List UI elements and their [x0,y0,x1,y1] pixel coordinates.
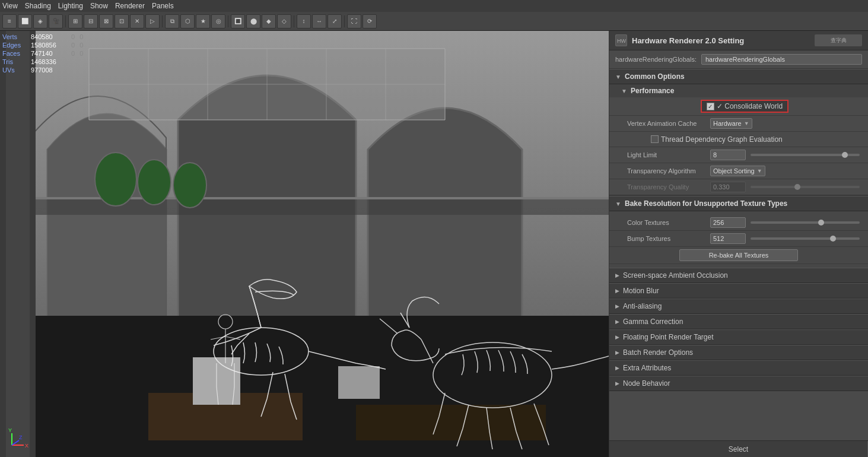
collapsed-section-label-6: Extra Attributes [623,364,671,372]
color-textures-thumb[interactable] [818,220,824,226]
transparency-algorithm-dropdown[interactable]: Object Sorting ▼ [710,166,765,176]
toolbar-btn-3[interactable]: ◈ [33,14,47,28]
collapsed-section-7[interactable]: ▶ Node Behavior [609,376,868,391]
section-common-options[interactable]: ▼ Common Options [609,69,868,84]
color-textures-slider[interactable] [751,221,860,224]
collapsed-arrow-0: ▶ [615,272,619,278]
section-bake-resolution[interactable]: ▼ Bake Resolution for Unsupported Textur… [609,196,868,211]
svg-text:Z: Z [19,434,23,440]
dropdown-arrow-icon: ▼ [744,120,749,126]
toolbar-btn-8[interactable]: ⊡ [115,14,129,28]
toolbar-btn-1[interactable]: ≡ [2,14,17,28]
toolbar-btn-12[interactable]: ⬡ [180,14,195,28]
collapsed-section-2[interactable]: ▶ Anti-aliasing [609,299,868,314]
verts-value: 840580 [31,33,66,40]
bump-textures-slider[interactable] [751,237,860,240]
menu-show[interactable]: Show [90,2,108,10]
uvs-label: UVs [2,66,26,74]
panel-header: HW Hardware Renderer 2.0 Setting 查字典 [609,31,868,50]
toolbar-btn-21[interactable]: ⤢ [328,14,342,28]
toolbar-btn-11[interactable]: ⧉ [165,14,179,28]
transparency-algorithm-row: Transparency Algorithm Object Sorting ▼ [609,163,868,179]
svg-rect-15 [6,31,30,457]
toolbar-btn-7[interactable]: ⊠ [99,14,113,28]
toolbar-btn-13[interactable]: ★ [196,14,210,28]
collapsed-section-6[interactable]: ▶ Extra Attributes [609,360,868,376]
color-textures-input[interactable]: 256 [710,217,746,228]
collapsed-arrow-3: ▶ [615,319,619,325]
toolbar-btn-15[interactable]: 🔳 [231,14,245,28]
collapsed-section-5[interactable]: ▶ Batch Render Options [609,345,868,360]
viewport[interactable]: Verts 840580 0 0 Edges 1580856 0 0 Faces… [0,31,609,457]
transparency-quality-input[interactable]: 0.330 [710,182,746,192]
bump-textures-value: 512 [710,233,862,244]
transparency-quality-label: Transparency Quality [627,183,710,191]
collapsed-section-1[interactable]: ▶ Motion Blur [609,283,868,299]
menu-shading[interactable]: Shading [25,2,51,10]
toolbar-btn-17[interactable]: ◆ [262,14,276,28]
toolbar-btn-5[interactable]: ⊞ [68,14,82,28]
stats-overlay: Verts 840580 0 0 Edges 1580856 0 0 Faces… [2,33,83,75]
vertex-animation-cache-row: Vertex Animation Cache Hardware ▼ [609,116,868,132]
main-content: Verts 840580 0 0 Edges 1580856 0 0 Faces… [0,31,868,457]
performance-arrow: ▼ [621,88,627,94]
collapsed-section-label-2: Anti-aliasing [623,302,662,310]
bake-section-content: Color Textures 256 Bump Textures 512 [609,211,868,268]
toolbar-btn-10[interactable]: ▷ [145,14,160,28]
svg-rect-20 [338,366,380,399]
axis-indicator: X Y Z [6,427,30,451]
toolbar-btn-19[interactable]: ↕ [297,14,311,28]
edges-extra1: 0 [71,42,75,49]
toolbar-btn-6[interactable]: ⊟ [84,14,98,28]
svg-point-6 [173,163,206,208]
menu-renderer[interactable]: Renderer [115,2,145,10]
collapsed-section-4[interactable]: ▶ Floating Point Render Target [609,329,868,345]
light-limit-input[interactable]: 8 [710,150,746,160]
toolbar-btn-2[interactable]: ⬜ [18,14,32,28]
performance-header[interactable]: ▼ Performance [609,84,868,97]
toolbar-btn-23[interactable]: ⟳ [363,14,377,28]
menu-lighting[interactable]: Lighting [58,2,83,10]
transparency-dropdown-arrow-icon: ▼ [757,168,762,174]
collapsed-section-0[interactable]: ▶ Screen-space Ambient Occlusion [609,268,868,283]
toolbar-btn-18[interactable]: ◇ [277,14,291,28]
panel-content[interactable]: ▼ Common Options ▼ Performance ✓ ✓ Conso… [609,69,868,440]
bump-textures-thumb[interactable] [830,236,836,242]
menu-panels[interactable]: Panels [152,2,174,10]
panel-title: Hardware Renderer 2.0 Setting [632,36,744,45]
select-button[interactable]: Select [609,441,868,457]
performance-title: Performance [631,87,674,95]
thread-dependency-checkbox[interactable] [651,135,659,143]
collapsed-arrow-7: ▶ [615,380,619,386]
collapsed-arrow-6: ▶ [615,365,619,371]
toolbar-btn-4[interactable]: 🎥 [49,14,63,28]
thread-dependency-row: Thread Dependency Graph Evaluation [609,132,868,147]
vertex-animation-cache-dropdown-text: Hardware [713,120,742,127]
toolbar-btn-22[interactable]: ⛶ [347,14,361,28]
collapsed-section-label-5: Batch Render Options [623,348,693,357]
transparency-quality-row: Transparency Quality 0.330 [609,179,868,195]
svg-point-4 [95,153,136,206]
vertex-animation-cache-label: Vertex Animation Cache [627,120,710,127]
consolidate-world-checkbox[interactable]: ✓ [707,103,714,110]
toolbar-btn-14[interactable]: ◎ [211,14,225,28]
bake-resolution-title: Bake Resolution for Unsupported Texture … [625,199,787,208]
light-limit-slider[interactable] [751,154,860,156]
toolbar-btn-9[interactable]: ✕ [130,14,144,28]
tris-label: Tris [2,58,26,65]
transparency-quality-slider[interactable] [751,186,860,188]
vertex-animation-cache-dropdown[interactable]: Hardware ▼ [710,118,752,129]
transparency-quality-thumb[interactable] [794,184,800,190]
edges-extra2: 0 [80,42,83,49]
globals-value: hardwareRenderingGlobals [701,54,862,65]
bake-resolution-arrow: ▼ [615,201,621,207]
menu-view[interactable]: View [2,2,18,10]
faces-value: 747140 [31,50,66,57]
consolidate-world-box[interactable]: ✓ ✓ Consolidate World [701,100,788,113]
toolbar-btn-20[interactable]: ↔ [312,14,326,28]
rebake-button[interactable]: Re-bake All Textures [679,249,798,261]
light-limit-thumb[interactable] [842,152,848,158]
toolbar-btn-16[interactable]: ⬤ [246,14,260,28]
collapsed-section-3[interactable]: ▶ Gamma Correction [609,314,868,329]
bump-textures-input[interactable]: 512 [710,233,746,244]
